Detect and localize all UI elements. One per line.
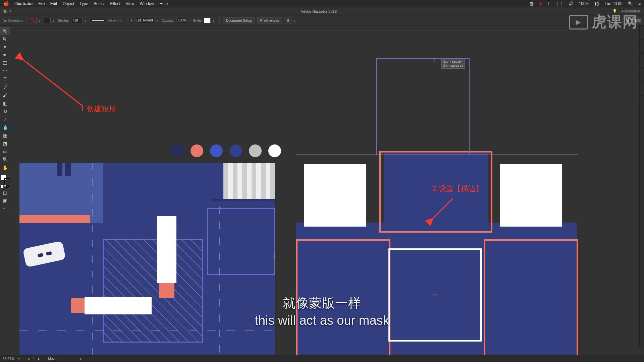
menu-file[interactable]: File [38,1,45,6]
annotation-arrow-1 [19,56,86,111]
tray-grid-icon[interactable]: ▦ [530,1,533,6]
truck-shape [71,297,152,314]
panel-tab-5[interactable] [640,82,644,96]
status-next-icon[interactable]: ▸ [80,357,82,361]
svg-line-1 [22,59,83,106]
eyedropper-tool[interactable]: 💧 [0,123,10,131]
scale-tool[interactable]: ⤢ [0,115,10,123]
stroke-weight-input[interactable] [71,18,83,23]
fill-swatch[interactable] [30,18,37,23]
zoom-tool[interactable]: 🔍 [0,156,10,164]
panel-tab-3[interactable] [640,54,644,68]
watermark-text: 虎课网 [592,12,638,32]
tray-cc-icon[interactable]: ◉ [539,1,542,6]
menu-type[interactable]: Type [79,1,88,6]
draw-mode-icon[interactable]: ◻ [0,189,10,197]
menu-object[interactable]: Object [62,1,74,6]
rectangle-tool[interactable] [0,59,10,67]
rotate-tool[interactable]: ⟲ [0,107,10,115]
hand-tool[interactable]: ✋ [0,164,10,172]
preferences-button[interactable]: Preferences [257,17,282,23]
swatch-3[interactable] [210,144,223,157]
apple-menu-icon[interactable]: 🍎 [3,1,9,6]
white-square-left[interactable] [304,164,366,227]
direct-selection-tool[interactable] [0,35,10,43]
zoom-level[interactable]: 66.67% [3,357,15,361]
fill-dropdown-icon[interactable] [39,19,42,22]
app-name[interactable]: Illustrator [14,1,33,6]
tab-dropdown-icon[interactable]: ▾ [9,9,11,13]
shape-builder-tool[interactable]: ⬔ [0,139,10,147]
type-tool[interactable]: T [0,75,10,83]
menu-select[interactable]: Select [94,1,105,6]
tool-panel: ✴ ✒ 〰 T ╱ 🖌 ◧ ⟲ ⤢ 💧 ▦ ⬔ ▭ 🔍 ✋ ◻ ▣ ⋯ [0,25,10,214]
eraser-tool[interactable]: ◧ [0,99,10,107]
truck-shape [157,216,176,298]
brush-preset-input[interactable] [134,18,154,23]
stroke-profile-dropdown-icon[interactable] [120,19,124,22]
gradient-tool[interactable]: ▦ [0,131,10,139]
stroke-label: Stroke: [58,18,69,22]
swatch-5[interactable] [249,144,262,157]
style-label: Style: [193,18,202,22]
tray-search-icon[interactable]: 🔍 [628,1,633,6]
selection-tool[interactable] [0,27,10,35]
artboard-next-icon[interactable]: ▸ [38,357,40,361]
align-icon[interactable]: ⊞ [284,17,291,23]
screen-mode-icon[interactable]: ▣ [0,197,10,205]
style-dropdown-icon[interactable] [213,19,216,22]
svg-rect-0 [3,62,7,65]
zoom-dropdown-icon[interactable]: ▾ [18,357,20,361]
tray-volume-icon[interactable]: 🔊 [569,1,574,6]
tray-wifi-icon[interactable]: ⋮⋮ [555,1,563,6]
magic-wand-tool[interactable]: ✴ [0,43,10,51]
drag-preview-rect [376,58,470,155]
edit-toolbar-icon[interactable]: ⋯ [0,205,10,212]
swatch-2[interactable] [191,144,203,157]
panel-tab-4[interactable] [640,68,644,82]
tray-battery-icon[interactable]: ▮▯ [594,1,599,6]
paintbrush-tool[interactable]: 🖌 [0,91,10,99]
tray-bluetooth-icon[interactable]: ᛒ [547,1,550,6]
window-shape [65,163,71,176]
home-icon[interactable] [3,9,7,14]
menu-window[interactable]: Window [140,1,154,6]
swatch-4[interactable] [229,144,242,157]
tray-clock[interactable]: Tue 20:06 [604,1,623,6]
cursor-arrow-icon: ➤ [433,58,436,63]
smart-guide-dy: dY: -738.93 px [443,64,463,67]
mask-rect-right[interactable] [484,239,578,355]
stroke-profile-preview[interactable] [90,18,106,23]
menu-edit[interactable]: Edit [50,1,57,6]
artboard-number[interactable]: 1 [33,357,35,361]
stroke-dropdown-icon[interactable] [53,19,56,22]
stroke-weight-dropdown-icon[interactable] [85,19,88,22]
current-tool-hint: Move [48,357,57,361]
menu-view[interactable]: View [126,1,135,6]
panel-tab-1[interactable] [640,25,644,40]
align-dropdown-icon[interactable] [293,19,297,22]
white-square-right[interactable] [500,164,562,227]
artboard-prev-icon[interactable]: ◂ [28,357,30,361]
pen-tool[interactable]: ✒ [0,51,10,59]
right-panel-strip[interactable] [639,25,644,347]
menu-effect[interactable]: Effect [110,1,120,6]
swatch-6[interactable] [268,144,281,157]
opacity-input[interactable] [176,18,188,23]
panel-tab-2[interactable] [640,40,644,54]
line-tool[interactable]: ╱ [0,83,10,91]
brush-dropdown-icon[interactable] [156,19,160,22]
tray-battery[interactable]: 100% [579,1,589,6]
document-setup-button[interactable]: Document Setup [223,17,255,23]
menu-help[interactable]: Help [159,1,168,6]
stroke-swatch[interactable] [44,18,51,23]
tray-menu-icon[interactable]: ≡ [638,1,641,6]
color-mode-swatches[interactable] [1,185,9,188]
swatch-1[interactable] [171,144,184,157]
mac-menubar: 🍎 Illustrator File Edit Object Type Sele… [0,0,644,7]
artboard-tool[interactable]: ▭ [0,147,10,156]
ledge-shape [19,215,90,223]
fill-stroke-indicator[interactable] [1,175,9,183]
curvature-tool[interactable]: 〰 [0,67,10,75]
graphic-style-swatch[interactable] [204,18,211,23]
